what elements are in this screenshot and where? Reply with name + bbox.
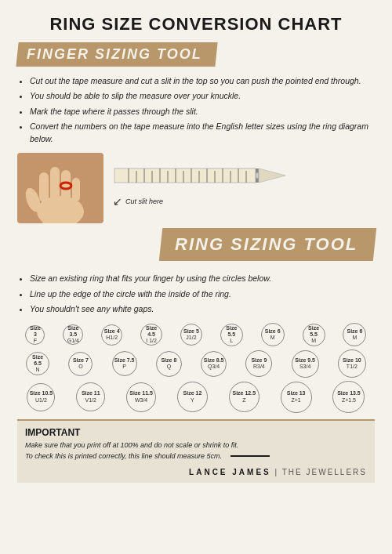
circle-label: Size 8Q <box>159 356 178 372</box>
ring-circle: Size 3F <box>25 325 45 345</box>
hand-illustration <box>17 153 103 223</box>
circles-row-3: Size 10.5U1/2Size 11V1/2Size 11.5W3/4Siz… <box>17 381 375 413</box>
page: RING SIZE CONVERSION CHART FINGER SIZING… <box>0 0 392 554</box>
finger-sizing-banner: FINGER SIZING TOOL <box>16 42 217 67</box>
circle-label: Size 13.5Z+1.5 <box>336 389 362 405</box>
tape-measure <box>113 161 293 194</box>
circle-label: Size 10.5U1/2 <box>28 389 55 405</box>
ring-circle: Size 9R3/4 <box>245 350 272 377</box>
page-title: RING SIZE CONVERSION CHART <box>17 14 375 34</box>
brand-subtitle: THE JEWELLERS <box>282 468 367 476</box>
finger-section: ↙ Cut slit here <box>17 153 375 223</box>
circle-label: Size 3F <box>26 324 44 346</box>
ring-instructions: Size an existing ring that fits your fin… <box>17 272 375 315</box>
instruction-item: You shouldn't see any white gaps. <box>30 302 375 315</box>
banner2-wrapper: RING SIZING TOOL <box>17 228 375 267</box>
instruction-item: Convert the numbers on the tape measure … <box>30 120 375 146</box>
ring-circle: Size 7.5P <box>112 351 137 376</box>
circle-label: Size 13Z+1 <box>285 389 307 405</box>
brand-name: LANCE JAMES <box>189 468 271 476</box>
instruction-item: Line up the edge of the circle with the … <box>30 288 375 300</box>
circle-label: Size 9.5S3/4 <box>293 356 317 372</box>
circle-label: Size 6M <box>346 327 365 343</box>
ring-circle: Size 4.5I 1/2 <box>140 324 162 346</box>
important-text1: Make sure that you print off at 100% and… <box>25 440 367 462</box>
ring-circle: Size 12.5Z <box>229 382 260 412</box>
ring-circle: Size 5J1/2 <box>180 324 202 346</box>
svg-marker-27 <box>259 168 285 183</box>
footer: LANCE JAMES | THE JEWELLERS <box>25 468 367 476</box>
ring-sizing-label: RING SIZING TOOL <box>175 234 358 255</box>
measure-line <box>230 455 270 457</box>
instruction-item: Size an existing ring that fits your fin… <box>30 272 375 284</box>
circle-label: Size 6M <box>263 327 282 343</box>
cut-slit-label: ↙ Cut slit here <box>113 195 163 208</box>
circle-label: Size 5J1/2 <box>182 327 201 343</box>
instruction-item: Mark the tape where it passes through th… <box>30 105 375 118</box>
circle-label: Size 11.5W3/4 <box>128 389 154 405</box>
important-section: IMPORTANT Make sure that you print off a… <box>17 419 375 483</box>
ring-sizing-banner: RING SIZING TOOL <box>159 228 377 261</box>
circle-label: Size 12.5Z <box>231 389 258 405</box>
ring-circle: Size 11V1/2 <box>76 382 105 411</box>
important-title: IMPORTANT <box>25 427 367 438</box>
svg-rect-4 <box>50 167 60 201</box>
ring-circle: Size 11.5W3/4 <box>126 382 156 412</box>
circle-label: Size 10T1/2 <box>341 356 363 372</box>
circles-row-2: Size 6.5NSize 7OSize 7.5PSize 8QSize 8.5… <box>17 349 375 378</box>
ring-circle: Size 3.5G1/4 <box>63 324 83 345</box>
ring-circle: Size 6.5N <box>26 352 49 375</box>
ring-circle: Size 8.5Q3/4 <box>201 351 227 377</box>
circle-label: Size 6.5N <box>27 353 49 375</box>
ring-circle: Size 12Y <box>177 382 208 412</box>
important-text2: To check this is printed correctly, this… <box>25 452 222 460</box>
important-text1-span: Make sure that you print off at 100% and… <box>25 441 238 449</box>
svg-rect-5 <box>61 170 71 201</box>
instruction-item: You should be able to slip the measure o… <box>30 89 375 102</box>
brand-separator: | <box>275 468 282 476</box>
tape-section: ↙ Cut slit here <box>113 153 375 208</box>
ring-circle: Size 5.5L <box>220 324 243 346</box>
circles-row-1: Size 3FSize 3.5G1/4Size 4H1/2Size 4.5I 1… <box>17 323 375 346</box>
circle-label: Size 9R3/4 <box>249 356 268 372</box>
cut-slit-text: Cut slit here <box>125 197 163 205</box>
ring-circle: Size 6M <box>343 323 366 346</box>
ring-circle: Size 10.5U1/2 <box>27 383 55 411</box>
circle-label: Size 7.5P <box>113 356 136 372</box>
instruction-item: Cut out the tape measure and cut a slit … <box>30 74 375 87</box>
important-text2-span: To check this is printed correctly, this… <box>25 452 270 460</box>
ring-circle: Size 8Q <box>156 351 182 377</box>
circle-label: Size 7O <box>71 356 90 372</box>
finger-sizing-label: FINGER SIZING TOOL <box>27 46 202 63</box>
circle-label: Size 5.5M <box>303 324 325 346</box>
ring-circle: Size 7O <box>68 352 93 376</box>
circle-label: Size 11V1/2 <box>80 389 102 405</box>
svg-rect-9 <box>114 168 256 183</box>
circles-grid: Size 3FSize 3.5G1/4Size 4H1/2Size 4.5I 1… <box>17 323 375 413</box>
ring-circle: Size 9.5S3/4 <box>292 350 319 378</box>
circle-label: Size 8.5Q3/4 <box>202 356 226 372</box>
svg-point-28 <box>256 172 259 179</box>
circle-label: Size 3.5G1/4 <box>64 324 82 346</box>
svg-rect-3 <box>39 172 49 202</box>
finger-instructions: Cut out the tape measure and cut a slit … <box>17 74 375 145</box>
circle-label: Size 4.5I 1/2 <box>141 324 162 346</box>
circle-label: Size 12Y <box>182 389 204 405</box>
ring-circle: Size 13.5Z+1.5 <box>332 381 365 413</box>
ring-circle: Size 4H1/2 <box>101 324 122 346</box>
brand: LANCE JAMES | THE JEWELLERS <box>189 468 367 476</box>
circle-label: Size 5.5L <box>221 324 242 346</box>
arrow-icon: ↙ <box>113 195 122 208</box>
circle-label: Size 4H1/2 <box>103 327 122 343</box>
ring-circle: Size 10T1/2 <box>338 349 366 378</box>
ring-circle: Size 6M <box>261 323 285 346</box>
svg-rect-6 <box>72 178 80 201</box>
ring-circle: Size 13Z+1 <box>281 382 312 413</box>
ring-circle: Size 5.5M <box>303 324 325 346</box>
svg-rect-8 <box>42 214 77 223</box>
